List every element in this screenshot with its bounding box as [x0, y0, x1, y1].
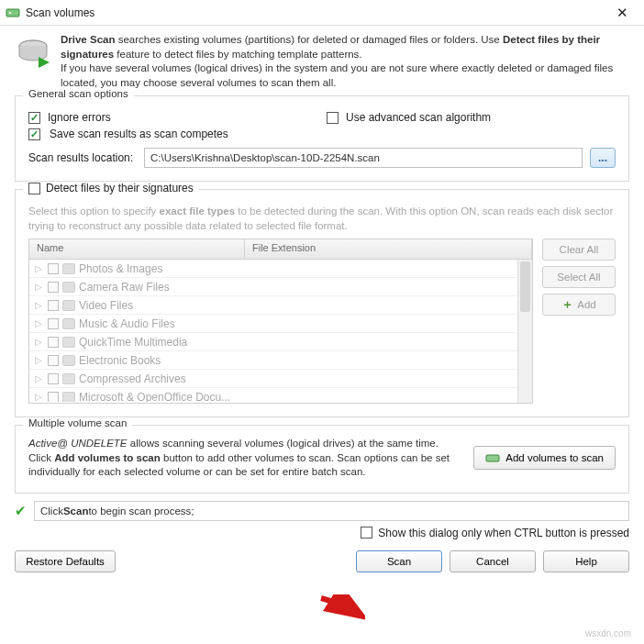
multiple-volume-scan: Multiple volume scan Active@ UNDELETE al… [15, 425, 629, 494]
chevron-right-icon: ▷ [35, 282, 44, 292]
list-item[interactable]: ▷Photos & Images [29, 260, 532, 278]
filetype-checkbox[interactable] [48, 318, 59, 329]
restore-defaults-button[interactable]: Restore Defaults [15, 550, 116, 572]
general-scan-options: General scan options Ignore errors Use a… [15, 95, 629, 182]
detect-files-checkbox[interactable] [28, 183, 40, 194]
chevron-right-icon: ▷ [35, 300, 44, 310]
folder-icon [62, 318, 75, 329]
check-icon: ✔ [15, 503, 27, 519]
chevron-right-icon: ▷ [35, 355, 44, 365]
chevron-right-icon: ▷ [35, 373, 44, 383]
show-dialog-checkbox[interactable] [361, 527, 372, 539]
folder-icon [62, 355, 75, 366]
list-item[interactable]: ▷Electronic Books [29, 351, 532, 370]
folder-icon [62, 300, 75, 311]
window-title: Scan volumes [26, 6, 605, 19]
scan-button[interactable]: Scan [356, 550, 442, 572]
col-ext: File Extension [245, 239, 532, 259]
filetype-label: Electronic Books [79, 354, 161, 367]
cancel-button[interactable]: Cancel [450, 550, 536, 572]
filetype-checkbox[interactable] [48, 337, 59, 348]
folder-icon [62, 282, 75, 293]
titlebar: Scan volumes ✕ [0, 0, 644, 26]
filetype-checkbox[interactable] [48, 392, 59, 403]
close-button[interactable]: ✕ [605, 5, 638, 21]
filetype-label: Photos & Images [79, 262, 162, 275]
folder-icon [62, 263, 75, 274]
filetype-checkbox[interactable] [48, 355, 59, 366]
detect-legend: Detect files by their signatures [46, 182, 194, 194]
show-dialog-label: Show this dialog only when CTRL button i… [378, 527, 629, 539]
filetype-label: Compressed Archives [79, 372, 186, 385]
status-row: ✔ Click Scan to begin scan process; [15, 501, 629, 521]
general-legend: General scan options [23, 88, 134, 99]
scrollbar[interactable] [517, 260, 532, 403]
folder-icon [62, 337, 75, 348]
svg-rect-0 [6, 9, 19, 17]
select-all-button[interactable]: Select All [542, 266, 616, 288]
filetype-label: Video Files [79, 299, 133, 312]
folder-icon [62, 392, 75, 403]
detect-files-section: Detect files by their signatures Select … [15, 189, 629, 417]
filetype-label: Camera Raw Files [79, 281, 170, 294]
list-item[interactable]: ▷Microsoft & OpenOffice Docu... [29, 388, 532, 402]
list-item[interactable]: ▷Video Files [29, 296, 532, 315]
filetype-checkbox[interactable] [48, 373, 59, 384]
save-results-checkbox[interactable] [28, 128, 40, 140]
list-item[interactable]: ▷Camera Raw Files [29, 278, 532, 296]
save-results-label: Save scan results as scan competes [50, 128, 228, 140]
chevron-right-icon: ▷ [35, 392, 44, 402]
use-advanced-checkbox[interactable] [327, 112, 339, 124]
add-volumes-button[interactable]: Add volumes to scan [473, 446, 616, 470]
intro-block: Drive Scan searches existing volumes (pa… [15, 33, 629, 90]
multi-legend: Multiple volume scan [23, 417, 132, 428]
status-text: Click Scan to begin scan process; [34, 501, 629, 521]
use-advanced-label: Use advanced scan algorithm [346, 111, 491, 124]
list-item[interactable]: ▷QuickTime Multimedia [29, 333, 532, 351]
col-name: Name [29, 239, 245, 259]
chevron-right-icon: ▷ [35, 318, 44, 328]
filetype-label: Microsoft & OpenOffice Docu... [79, 391, 230, 403]
svg-point-1 [9, 11, 11, 13]
file-types-list: Name File Extension ▷Photos & Images▷Cam… [28, 239, 533, 404]
clear-all-button[interactable]: Clear All [542, 239, 616, 261]
drive-scan-icon [15, 33, 51, 70]
filetype-label: QuickTime Multimedia [79, 336, 187, 349]
list-item[interactable]: ▷Music & Audio Files [29, 315, 532, 333]
annotation-arrow [319, 594, 365, 622]
browse-button[interactable]: ... [590, 148, 616, 168]
folder-icon [62, 373, 75, 384]
footer: Restore Defaults Scan Cancel Help [0, 545, 644, 582]
location-label: Scan results location: [28, 151, 137, 164]
filetype-checkbox[interactable] [48, 263, 59, 274]
add-button[interactable]: ＋Add [542, 294, 616, 316]
help-button[interactable]: Help [543, 550, 629, 572]
ignore-errors-label: Ignore errors [48, 111, 111, 124]
watermark: wsxdn.com [585, 628, 631, 638]
chevron-right-icon: ▷ [35, 337, 44, 347]
volumes-icon [485, 450, 500, 465]
filetype-checkbox[interactable] [48, 282, 59, 293]
ignore-errors-checkbox[interactable] [28, 112, 40, 124]
file-list-header: Name File Extension [29, 239, 532, 260]
filetype-label: Music & Audio Files [79, 317, 175, 330]
chevron-right-icon: ▷ [35, 263, 44, 273]
list-item[interactable]: ▷Compressed Archives [29, 370, 532, 388]
intro-bold1: Drive Scan [61, 34, 115, 45]
location-input[interactable]: C:\Users\Krishna\Desktop\scan-10D-2254N.… [144, 148, 583, 168]
filetype-checkbox[interactable] [48, 300, 59, 311]
app-icon [6, 6, 20, 20]
svg-rect-5 [486, 455, 499, 461]
